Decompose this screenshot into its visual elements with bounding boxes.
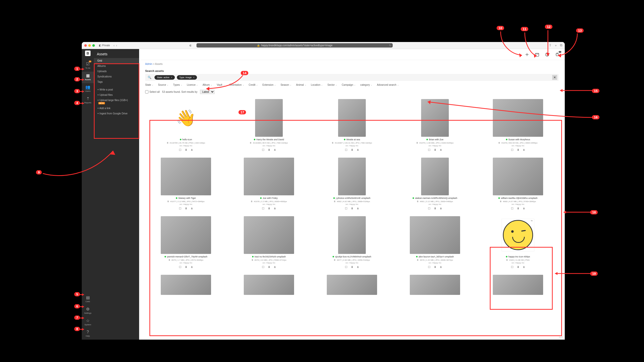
asset-card[interactable]: 👋hello-icon🗎#118709 | 26.75 KB | PNG | 1… — [147, 99, 225, 152]
calendar-button[interactable] — [535, 52, 540, 57]
window-controls[interactable] — [84, 44, 95, 47]
select-icon[interactable]: ☐ — [262, 265, 264, 269]
sidebar-toggle-icon[interactable]: ◧ — [99, 44, 101, 47]
filter-vault[interactable]: Vault⌄ — [217, 83, 225, 86]
rail-item-settings[interactable]: ⚙ Settings — [82, 305, 94, 317]
download-icon[interactable]: ⬇ — [185, 148, 187, 152]
asset-card[interactable]: traci-vu-ltvO623XNzk-unsplash🗎#678 | 4.8… — [230, 216, 308, 269]
asset-card[interactable]: j-photos-vcMhsSeWUnE-unsplash🗎#682 | 4.6… — [313, 158, 391, 210]
panel-item-syndications[interactable]: Syndications — [94, 74, 139, 79]
share-icon[interactable]: ⋔ — [440, 148, 442, 152]
download-icon[interactable]: ⬇ — [517, 265, 519, 269]
share-icon[interactable]: ⋔ — [523, 207, 525, 210]
face-button[interactable] — [545, 52, 550, 57]
action-add-link[interactable]: + Add a link — [94, 106, 139, 111]
brand-logo[interactable]: B — [85, 51, 91, 56]
select-icon[interactable]: ☐ — [428, 265, 430, 269]
download-icon[interactable]: ⬇ — [351, 265, 353, 269]
asset-thumbnail[interactable] — [313, 275, 391, 295]
maximize-window-icon[interactable] — [92, 44, 95, 47]
asset-card[interactable]: Joe with Frisky🗎#1076 | 2.2 MB | JPG | 6… — [230, 158, 308, 210]
share-icon[interactable]: ⇧ — [549, 43, 552, 48]
asset-card[interactable]: Westie at sea🗎#116387 | 143.31 KB | JPG … — [313, 99, 391, 152]
address-bar[interactable]: 🔒 happy.brandkitapp.com/admin/assets?sta… — [196, 43, 393, 48]
asset-thumbnail[interactable] — [147, 158, 225, 195]
share-icon[interactable]: ⋔ — [191, 207, 193, 210]
rail-item-assets[interactable]: ▦ Assets — [82, 72, 94, 83]
share-icon[interactable]: ⋔ — [357, 207, 359, 210]
asset-thumbnail[interactable] — [230, 99, 308, 137]
share-icon[interactable]: ⋔ — [357, 148, 359, 152]
rail-item-users[interactable]: 👥 Users — [82, 83, 94, 95]
clear-search-button[interactable]: ✕ — [552, 75, 557, 80]
download-icon[interactable]: ⬇ — [517, 148, 519, 152]
asset-card[interactable]: yannick-menard-Gl5vT_79yIW-unsplash🗎#679… — [147, 216, 225, 269]
asset-card[interactable]: Susan with Morpheus🗎#1078 | 942.94 KB | … — [479, 99, 557, 152]
select-icon[interactable]: ☐ — [428, 148, 430, 152]
asset-card[interactable]: sjoukje-bos-nLOV86MXs0-unsplash🗎#677 | 2… — [313, 216, 391, 269]
select-icon[interactable]: ☐ — [262, 207, 264, 210]
filter-source[interactable]: Source⌄ — [158, 83, 169, 86]
new-tab-icon[interactable]: ＋ — [554, 43, 557, 48]
asset-thumbnail[interactable] — [230, 275, 308, 295]
filter-album[interactable]: Album⌄ — [203, 83, 212, 86]
select-icon[interactable]: ☐ — [511, 207, 513, 210]
asset-card[interactable]: ™happy-inc-icon-400px🗎#183 | 11.86 KB | … — [479, 216, 557, 269]
asset-thumbnail[interactable]: ™ — [479, 216, 557, 254]
chip-type[interactable]: Type: image × — [177, 75, 197, 80]
select-icon[interactable]: ☐ — [179, 148, 181, 152]
crumb-admin[interactable]: Admin — [145, 63, 152, 65]
asset-thumbnail[interactable]: 👋 — [147, 99, 225, 137]
action-upload-large[interactable]: + Upload large files (1GB+) BETA — [94, 98, 139, 106]
rail-item-cms[interactable]: ▤ CMS — [82, 294, 94, 305]
add-button[interactable] — [525, 52, 530, 57]
select-icon[interactable]: ☐ — [428, 207, 430, 210]
rail-item-todo[interactable]: ☑1 To do — [82, 60, 94, 72]
asset-card[interactable]: Harry the Westie and David🗎#116388 | 89.… — [230, 99, 308, 152]
panel-item-albums[interactable]: Albums — [94, 63, 139, 69]
share-icon[interactable]: ⋔ — [274, 148, 276, 152]
asset-thumbnail[interactable] — [313, 216, 391, 254]
asset-card[interactable]: alex-lauzon-iasA_bE5yrA-unsplash🗎#676 | … — [396, 216, 474, 269]
basket-button[interactable]: 0 — [555, 52, 560, 57]
asset-card[interactable] — [313, 275, 391, 295]
asset-card[interactable]: Maisey with Tiger🗎#1077 | 2.12 MB | JPG … — [147, 158, 225, 210]
filter-licence[interactable]: Licence⌄ — [187, 83, 198, 86]
filter-location[interactable]: Location⌄ — [311, 83, 323, 86]
select-icon[interactable]: ☐ — [179, 265, 181, 269]
chip-remove-icon[interactable]: × — [171, 76, 172, 79]
action-upload-files[interactable]: + Upload files — [94, 92, 139, 98]
filter-types[interactable]: Types⌄ — [173, 83, 182, 86]
select-all-checkbox[interactable] — [145, 90, 148, 94]
select-icon[interactable]: ☐ — [179, 207, 181, 210]
filter-sector[interactable]: Sector⌄ — [327, 83, 337, 86]
asset-thumbnail[interactable] — [396, 275, 474, 295]
filter-credit[interactable]: Credit⌄ — [249, 83, 258, 86]
share-icon[interactable]: ⋔ — [274, 207, 276, 210]
share-icon[interactable]: ⋔ — [523, 148, 525, 152]
back-icon[interactable]: ‹ — [113, 44, 114, 47]
search-bar[interactable]: 🔍 State: active × Type: image × ✕ — [145, 74, 559, 81]
asset-thumbnail[interactable] — [147, 216, 225, 254]
share-icon[interactable]: ⋔ — [440, 265, 442, 269]
asset-thumbnail[interactable] — [479, 158, 557, 195]
filter-category[interactable]: category⌄ — [360, 83, 372, 86]
close-window-icon[interactable] — [84, 44, 87, 47]
asset-thumbnail[interactable] — [396, 99, 474, 137]
asset-thumbnail[interactable] — [313, 99, 391, 137]
asset-thumbnail[interactable] — [147, 275, 225, 295]
download-icon[interactable]: ⬇ — [185, 207, 187, 210]
shield-icon[interactable]: ◐ — [189, 44, 192, 47]
download-icon[interactable]: ⬇ — [268, 265, 270, 269]
filter-state[interactable]: State⌄ — [145, 83, 153, 86]
share-icon[interactable]: ⋔ — [357, 265, 359, 269]
panel-item-grid[interactable]: Grid — [94, 58, 139, 63]
share-icon[interactable]: ⋔ — [523, 265, 525, 269]
asset-thumbnail[interactable] — [479, 275, 557, 295]
select-icon[interactable]: ☐ — [345, 148, 347, 152]
sort-select[interactable]: Latest — [200, 90, 215, 94]
minimize-window-icon[interactable] — [88, 44, 91, 47]
rail-item-help[interactable]: ? Help — [82, 328, 94, 340]
asset-thumbnail[interactable] — [479, 99, 557, 137]
asset-card[interactable] — [230, 275, 308, 295]
